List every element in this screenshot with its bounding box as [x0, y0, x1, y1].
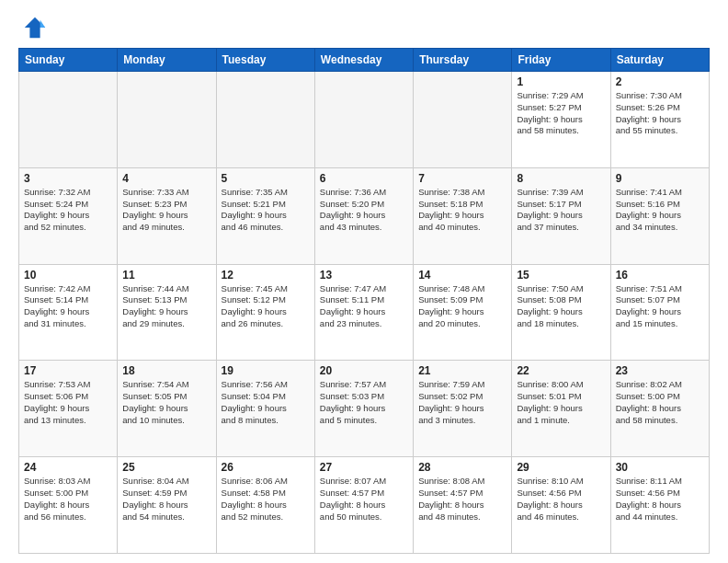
- day-number: 8: [517, 172, 605, 185]
- calendar-day-cell: 6Sunrise: 7:36 AM Sunset: 5:20 PM Daylig…: [314, 167, 413, 264]
- day-number: 20: [320, 364, 408, 377]
- calendar-day-cell: 10Sunrise: 7:42 AM Sunset: 5:14 PM Dayli…: [19, 264, 118, 361]
- day-number: 13: [320, 269, 408, 282]
- day-info: Sunrise: 8:08 AM Sunset: 4:57 PM Dayligh…: [418, 476, 506, 523]
- weekday-header: Saturday: [610, 49, 709, 72]
- day-info: Sunrise: 7:54 AM Sunset: 5:05 PM Dayligh…: [122, 379, 210, 426]
- calendar-day-cell: 24Sunrise: 8:03 AM Sunset: 5:00 PM Dayli…: [19, 457, 118, 554]
- day-info: Sunrise: 7:29 AM Sunset: 5:27 PM Dayligh…: [517, 90, 605, 137]
- calendar-day-cell: [19, 72, 118, 168]
- calendar-day-cell: 21Sunrise: 7:59 AM Sunset: 5:02 PM Dayli…: [414, 361, 512, 457]
- day-info: Sunrise: 8:10 AM Sunset: 4:56 PM Dayligh…: [517, 476, 605, 523]
- calendar-day-cell: 1Sunrise: 7:29 AM Sunset: 5:27 PM Daylig…: [512, 72, 610, 168]
- calendar-day-cell: 19Sunrise: 7:56 AM Sunset: 5:04 PM Dayli…: [216, 361, 314, 457]
- day-info: Sunrise: 8:03 AM Sunset: 5:00 PM Dayligh…: [24, 476, 112, 523]
- calendar-day-cell: [216, 72, 314, 168]
- day-number: 24: [24, 461, 112, 474]
- calendar-day-cell: 9Sunrise: 7:41 AM Sunset: 5:16 PM Daylig…: [610, 167, 709, 264]
- day-info: Sunrise: 7:53 AM Sunset: 5:06 PM Dayligh…: [24, 379, 112, 426]
- day-info: Sunrise: 7:59 AM Sunset: 5:02 PM Dayligh…: [418, 379, 506, 426]
- calendar-header-row: SundayMondayTuesdayWednesdayThursdayFrid…: [19, 49, 710, 72]
- weekday-header: Monday: [118, 49, 216, 72]
- day-number: 9: [616, 172, 704, 185]
- calendar-day-cell: 14Sunrise: 7:48 AM Sunset: 5:09 PM Dayli…: [414, 264, 512, 361]
- calendar-day-cell: [414, 72, 512, 168]
- weekday-header: Friday: [512, 49, 610, 72]
- day-number: 17: [24, 364, 112, 377]
- header: [18, 15, 710, 40]
- calendar-day-cell: 15Sunrise: 7:50 AM Sunset: 5:08 PM Dayli…: [512, 264, 610, 361]
- weekday-header: Sunday: [19, 49, 118, 72]
- day-info: Sunrise: 7:44 AM Sunset: 5:13 PM Dayligh…: [122, 283, 210, 330]
- calendar-week-row: 3Sunrise: 7:32 AM Sunset: 5:24 PM Daylig…: [19, 167, 710, 264]
- calendar-day-cell: 30Sunrise: 8:11 AM Sunset: 4:56 PM Dayli…: [610, 457, 709, 554]
- calendar-day-cell: 29Sunrise: 8:10 AM Sunset: 4:56 PM Dayli…: [512, 457, 610, 554]
- day-number: 21: [418, 364, 506, 377]
- calendar-day-cell: 23Sunrise: 8:02 AM Sunset: 5:00 PM Dayli…: [610, 361, 709, 457]
- day-info: Sunrise: 7:30 AM Sunset: 5:26 PM Dayligh…: [616, 90, 704, 137]
- calendar-day-cell: 17Sunrise: 7:53 AM Sunset: 5:06 PM Dayli…: [19, 361, 118, 457]
- calendar-day-cell: 12Sunrise: 7:45 AM Sunset: 5:12 PM Dayli…: [216, 264, 314, 361]
- calendar-table: SundayMondayTuesdayWednesdayThursdayFrid…: [18, 48, 710, 554]
- logo-icon: [22, 15, 48, 40]
- page: SundayMondayTuesdayWednesdayThursdayFrid…: [0, 0, 728, 563]
- day-info: Sunrise: 7:45 AM Sunset: 5:12 PM Dayligh…: [222, 283, 310, 330]
- calendar-week-row: 10Sunrise: 7:42 AM Sunset: 5:14 PM Dayli…: [19, 264, 710, 361]
- calendar-day-cell: [314, 72, 413, 168]
- calendar-day-cell: 5Sunrise: 7:35 AM Sunset: 5:21 PM Daylig…: [216, 167, 314, 264]
- day-info: Sunrise: 8:02 AM Sunset: 5:00 PM Dayligh…: [616, 379, 704, 426]
- calendar-day-cell: 8Sunrise: 7:39 AM Sunset: 5:17 PM Daylig…: [512, 167, 610, 264]
- day-number: 4: [122, 172, 210, 185]
- day-info: Sunrise: 7:39 AM Sunset: 5:17 PM Dayligh…: [517, 187, 605, 234]
- day-number: 14: [418, 269, 506, 282]
- day-number: 25: [122, 461, 210, 474]
- calendar-week-row: 24Sunrise: 8:03 AM Sunset: 5:00 PM Dayli…: [19, 457, 710, 554]
- day-info: Sunrise: 8:04 AM Sunset: 4:59 PM Dayligh…: [122, 476, 210, 523]
- day-number: 19: [222, 364, 310, 377]
- day-number: 2: [616, 75, 704, 88]
- calendar-day-cell: 11Sunrise: 7:44 AM Sunset: 5:13 PM Dayli…: [118, 264, 216, 361]
- day-number: 11: [122, 269, 210, 282]
- day-info: Sunrise: 8:11 AM Sunset: 4:56 PM Dayligh…: [616, 476, 704, 523]
- day-number: 16: [616, 269, 704, 282]
- day-number: 7: [418, 172, 506, 185]
- day-info: Sunrise: 8:00 AM Sunset: 5:01 PM Dayligh…: [517, 379, 605, 426]
- calendar-day-cell: 16Sunrise: 7:51 AM Sunset: 5:07 PM Dayli…: [610, 264, 709, 361]
- day-number: 23: [616, 364, 704, 377]
- day-number: 5: [222, 172, 310, 185]
- day-number: 15: [517, 269, 605, 282]
- calendar-day-cell: 3Sunrise: 7:32 AM Sunset: 5:24 PM Daylig…: [19, 167, 118, 264]
- day-info: Sunrise: 7:32 AM Sunset: 5:24 PM Dayligh…: [24, 187, 112, 234]
- day-number: 22: [517, 364, 605, 377]
- day-number: 12: [222, 269, 310, 282]
- calendar-day-cell: 27Sunrise: 8:07 AM Sunset: 4:57 PM Dayli…: [314, 457, 413, 554]
- calendar-day-cell: 7Sunrise: 7:38 AM Sunset: 5:18 PM Daylig…: [414, 167, 512, 264]
- calendar-day-cell: 26Sunrise: 8:06 AM Sunset: 4:58 PM Dayli…: [216, 457, 314, 554]
- day-number: 26: [222, 461, 310, 474]
- calendar-week-row: 1Sunrise: 7:29 AM Sunset: 5:27 PM Daylig…: [19, 72, 710, 168]
- day-number: 18: [122, 364, 210, 377]
- calendar-week-row: 17Sunrise: 7:53 AM Sunset: 5:06 PM Dayli…: [19, 361, 710, 457]
- day-info: Sunrise: 7:42 AM Sunset: 5:14 PM Dayligh…: [24, 283, 112, 330]
- weekday-header: Wednesday: [314, 49, 413, 72]
- day-info: Sunrise: 7:36 AM Sunset: 5:20 PM Dayligh…: [320, 187, 408, 234]
- calendar-day-cell: 22Sunrise: 8:00 AM Sunset: 5:01 PM Dayli…: [512, 361, 610, 457]
- day-info: Sunrise: 8:07 AM Sunset: 4:57 PM Dayligh…: [320, 476, 408, 523]
- day-number: 6: [320, 172, 408, 185]
- calendar-day-cell: 20Sunrise: 7:57 AM Sunset: 5:03 PM Dayli…: [314, 361, 413, 457]
- day-info: Sunrise: 7:35 AM Sunset: 5:21 PM Dayligh…: [222, 187, 310, 234]
- calendar-day-cell: 2Sunrise: 7:30 AM Sunset: 5:26 PM Daylig…: [610, 72, 709, 168]
- calendar-day-cell: [118, 72, 216, 168]
- day-number: 28: [418, 461, 506, 474]
- day-number: 30: [616, 461, 704, 474]
- weekday-header: Thursday: [414, 49, 512, 72]
- day-info: Sunrise: 8:06 AM Sunset: 4:58 PM Dayligh…: [222, 476, 310, 523]
- calendar-day-cell: 4Sunrise: 7:33 AM Sunset: 5:23 PM Daylig…: [118, 167, 216, 264]
- calendar-day-cell: 28Sunrise: 8:08 AM Sunset: 4:57 PM Dayli…: [414, 457, 512, 554]
- day-info: Sunrise: 7:56 AM Sunset: 5:04 PM Dayligh…: [222, 379, 310, 426]
- day-number: 29: [517, 461, 605, 474]
- day-info: Sunrise: 7:41 AM Sunset: 5:16 PM Dayligh…: [616, 187, 704, 234]
- day-number: 10: [24, 269, 112, 282]
- day-info: Sunrise: 7:57 AM Sunset: 5:03 PM Dayligh…: [320, 379, 408, 426]
- day-number: 27: [320, 461, 408, 474]
